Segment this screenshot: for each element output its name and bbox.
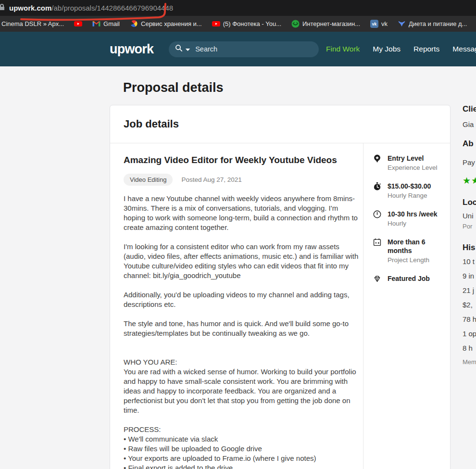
bookmark-youtube[interactable] [74,20,82,28]
rail-city-text: Por [463,223,476,230]
nav-my-jobs[interactable]: My Jobs [373,45,401,53]
bookmarks-bar: Cinema DSLR » Apx... Gmail Сервис хранен… [0,16,476,32]
search-placeholder: Search [195,45,217,53]
url-domain: upwork.com [9,4,51,12]
upwork-header: upwork Search Find Work My Jobs Reports … [0,32,476,66]
fact-hourly-range: $15.00-$30.00 Hourly Range [373,182,450,200]
fact-weekly-hours: 10-30 hrs /week Hourly [373,210,450,228]
search-icon [175,44,183,54]
job-details-card: Job details Amazing Video Editor for Wee… [110,105,451,469]
bookmark-vk[interactable]: vk vk [370,20,388,28]
bookmark-cinema-dslr[interactable]: Cinema DSLR » Apx... [1,20,64,27]
bookmark-fonoteka[interactable]: (5) Фонотека - You... [212,20,281,28]
job-description: I have a new Youtube channel with weekly… [124,194,359,469]
rail-history-line: 21 j [463,286,476,295]
rail-history-line: 10 t [463,257,476,266]
rail-history-line: 9 in [463,272,476,280]
vk-icon: vk [370,20,378,28]
rail-client-name: Gia [463,120,476,129]
badge-icon [373,154,381,163]
search-scope-caret-icon[interactable] [185,45,190,53]
bookmark-storage-service[interactable]: Сервис хранения и... [130,20,202,28]
lock-icon [0,4,5,13]
card-header: Job details [110,105,450,143]
rating-stars-icon: ★★ [463,176,476,186]
browser-url-bar[interactable]: upwork.com/ab/proposals/1442866466796904… [0,0,476,16]
green-store-icon [291,20,300,28]
rail-about-heading: Ab [463,139,476,149]
rail-member-since: Mem [463,358,476,366]
job-title: Amazing Video Editor for Weekly Youtube … [124,154,359,166]
rail-history-line: 8 h [463,344,476,353]
fact-project-length: More than 6 months Project Length [373,238,450,264]
rail-client-heading: Clie [463,104,476,114]
diamond-icon [373,275,381,283]
disk-icon [130,20,138,28]
bookmark-gmail[interactable]: Gmail [92,20,120,28]
svg-text:vk: vk [372,22,377,26]
fact-featured-job: Featured Job [373,274,450,283]
job-facts-sidebar: Entry Level Experience Level $15.00-$30.… [363,143,450,469]
posted-date: Posted Aug 27, 2021 [181,176,241,183]
search-input[interactable]: Search [169,41,319,57]
rail-history-line: 1 op [463,330,476,338]
youtube-icon [212,20,220,28]
diet-icon [398,20,406,28]
rail-history-line: 78 h [463,315,476,324]
client-info-rail: Clie Gia Ab Pay ★★ Loc Uni Por His 10 t … [463,104,476,366]
bookmark-online-store[interactable]: Интернет-магазин... [291,20,360,28]
gmail-icon [92,20,100,28]
nav-messages[interactable]: Messages [452,45,476,53]
upwork-logo[interactable]: upwork [110,42,153,57]
main-nav: Find Work My Jobs Reports Messages [326,45,476,53]
youtube-icon [74,20,82,28]
url-path: /ab/proposals/1442866466796904448 [51,4,173,12]
rail-history-line: $2, [463,301,476,309]
nav-reports[interactable]: Reports [413,45,439,53]
stopwatch-icon [373,182,381,190]
clock-icon [373,210,381,218]
rail-location-heading: Loc [463,197,476,207]
page-title: Proposal details [123,80,224,95]
nav-find-work[interactable]: Find Work [326,45,360,53]
calendar-icon [373,238,381,246]
rail-history-heading: His [463,242,476,253]
rail-country-text: Uni [463,212,476,220]
fact-experience-level: Entry Level Experience Level [373,154,450,172]
category-tag[interactable]: Video Editing [124,174,173,186]
bookmark-diet[interactable]: Диета и питание д... [398,20,467,28]
rail-payment-text: Pay [463,158,476,167]
